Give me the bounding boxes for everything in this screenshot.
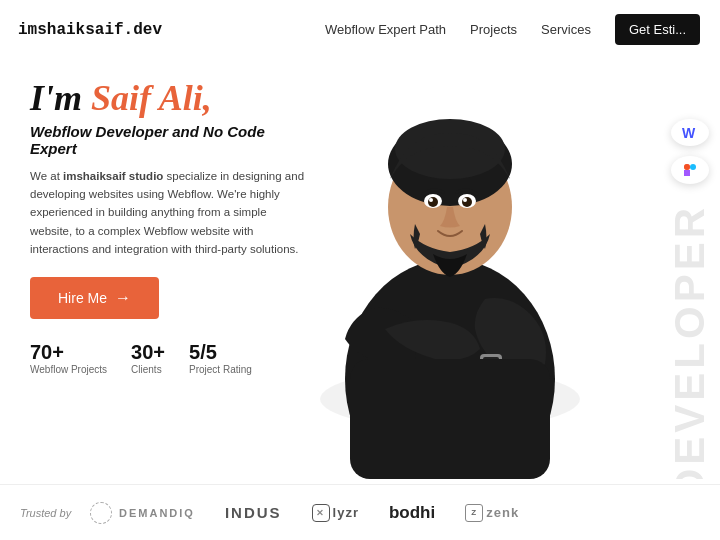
- stat-webflow-projects: 70+ Webflow Projects: [30, 341, 107, 375]
- developer-vertical-text: DEVELOPER: [666, 204, 714, 479]
- navbar: imshaiksaif.dev Webflow Expert Path Proj…: [0, 0, 720, 59]
- hero-content: I'm Saif Ali, Webflow Developer and No C…: [30, 79, 310, 375]
- hero-person-image: [280, 59, 620, 479]
- stats-section: 70+ Webflow Projects 30+ Clients 5/5 Pro…: [30, 341, 310, 375]
- svg-text:W: W: [682, 125, 696, 141]
- hero-name: Saif Ali,: [91, 78, 212, 118]
- svg-rect-14: [350, 359, 550, 479]
- svg-point-9: [462, 197, 472, 207]
- svg-point-10: [429, 198, 433, 202]
- studio-name: imshaiksaif studio: [63, 170, 163, 182]
- stat-label-projects: Webflow Projects: [30, 364, 107, 375]
- demandiq-name: DEMANDIQ: [119, 507, 195, 519]
- brand-bodhi: bodhi: [389, 503, 435, 523]
- site-logo: imshaiksaif.dev: [18, 21, 162, 39]
- hero-title: I'm Saif Ali,: [30, 79, 310, 119]
- stat-clients: 30+ Clients: [131, 341, 165, 375]
- hero-description-text: specialize in designing and developing w…: [30, 170, 304, 256]
- trusted-bar: Trusted by DEMANDIQ INDUS ✕ lyzr bodhi Z…: [0, 484, 720, 540]
- right-panel: W DEVELOPER: [660, 119, 720, 479]
- nav-links: Webflow Expert Path Projects Services Ge…: [325, 14, 700, 45]
- stat-label-rating: Project Rating: [189, 364, 252, 375]
- zenk-icon: Z: [465, 504, 483, 522]
- hero-subtitle: Webflow Developer and No Code Expert: [30, 123, 310, 157]
- stat-rating: 5/5 Project Rating: [189, 341, 252, 375]
- stat-number-rating: 5/5: [189, 341, 252, 364]
- stat-number-clients: 30+: [131, 341, 165, 364]
- hero-section: I'm Saif Ali, Webflow Developer and No C…: [0, 59, 720, 479]
- zenk-name: zenk: [486, 505, 519, 520]
- trusted-label: Trusted by: [20, 507, 90, 519]
- svg-point-16: [690, 164, 696, 170]
- nav-link-services[interactable]: Services: [541, 22, 591, 37]
- lyzr-icon: ✕: [312, 504, 330, 522]
- nav-link-webflow[interactable]: Webflow Expert Path: [325, 22, 446, 37]
- brand-lyzr: ✕ lyzr: [312, 504, 359, 522]
- svg-point-20: [684, 164, 690, 170]
- brand-zenk: Z zenk: [465, 504, 519, 522]
- get-estimate-button[interactable]: Get Esti...: [615, 14, 700, 45]
- demandiq-icon: [90, 502, 112, 524]
- stat-number-projects: 70+: [30, 341, 107, 364]
- figma-icon-bubble[interactable]: [671, 156, 709, 183]
- bodhi-name: bodhi: [389, 503, 435, 523]
- svg-point-8: [428, 197, 438, 207]
- svg-point-11: [463, 198, 467, 202]
- lyzr-name: lyzr: [333, 505, 359, 520]
- brand-demandiq: DEMANDIQ: [90, 502, 195, 524]
- hero-description: We at imshaiksaif studio specialize in d…: [30, 167, 310, 259]
- nav-link-projects[interactable]: Projects: [470, 22, 517, 37]
- hire-me-label: Hire Me: [58, 290, 107, 306]
- brand-indus: INDUS: [225, 504, 282, 521]
- webflow-icon-bubble[interactable]: W: [671, 119, 709, 146]
- indus-name: INDUS: [225, 504, 282, 521]
- arrow-icon: →: [115, 289, 131, 307]
- svg-rect-19: [684, 170, 690, 176]
- hero-title-prefix: I'm: [30, 78, 91, 118]
- brand-logos: DEMANDIQ INDUS ✕ lyzr bodhi Z zenk: [90, 502, 700, 524]
- stat-label-clients: Clients: [131, 364, 165, 375]
- hire-me-button[interactable]: Hire Me →: [30, 277, 159, 319]
